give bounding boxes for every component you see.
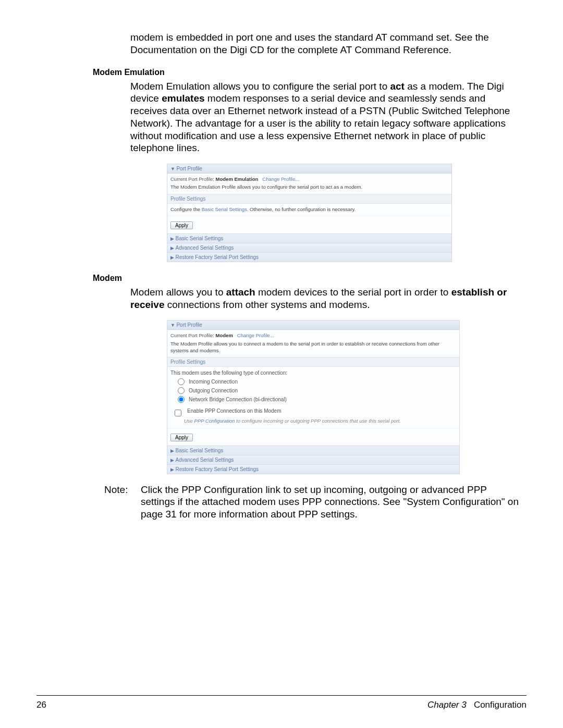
radio-outgoing[interactable]: Outgoing Connection — [170, 386, 456, 395]
profile-desc: The Modem Profile allows you to connect … — [170, 340, 456, 354]
heading-modem: Modem — [93, 274, 521, 283]
panel-body: Current Port Profile: Modem Change Profi… — [167, 330, 459, 357]
profile-settings-bar: Profile Settings — [167, 194, 451, 204]
page: modem is embedded in port one and uses t… — [0, 0, 563, 728]
chevron-down-icon: ▼ — [170, 323, 176, 328]
row-advanced-serial[interactable]: ▶ Advanced Serial Settings — [167, 243, 451, 252]
apply-row: Apply — [167, 216, 451, 233]
page-number: 26 — [36, 700, 46, 710]
radio-bridge[interactable]: Network Bridge Connection (bi-directiona… — [170, 395, 456, 404]
chevron-right-icon: ▶ — [170, 458, 176, 463]
text: Modem Emulation allows you to configure … — [130, 81, 390, 92]
text-bold: attach — [226, 287, 255, 298]
apply-row: Apply — [167, 428, 459, 446]
chevron-right-icon: ▶ — [170, 236, 176, 241]
chevron-down-icon: ▼ — [170, 166, 176, 171]
conn-intro: This modem uses the following type of co… — [170, 370, 456, 376]
content-column: modem is embedded in port one and uses t… — [130, 31, 521, 521]
radio-input[interactable] — [178, 387, 185, 394]
panel-modem-emulation: ▼ Port Profile Current Port Profile: Mod… — [167, 164, 452, 262]
note: Note: Click the PPP Configuration link t… — [104, 484, 521, 521]
current-profile-label: Current Port Profile: — [170, 332, 214, 338]
heading-modem-emulation: Modem Emulation — [93, 68, 521, 77]
profile-desc: The Modem Emulation Profile allows you t… — [170, 183, 448, 190]
text-bold: emulates — [162, 93, 204, 104]
radio-incoming[interactable]: Incoming Connection — [170, 377, 456, 386]
footer-right: Chapter 3 Configuration — [427, 700, 527, 710]
current-profile-name: Modem — [216, 332, 233, 338]
row-label: Advanced Serial Settings — [176, 457, 234, 463]
chapter-ref: Chapter 3 — [427, 700, 467, 710]
profile-settings-bar: Profile Settings — [167, 357, 459, 367]
page-footer: 26 Chapter 3 Configuration — [36, 695, 527, 710]
apply-button[interactable]: Apply — [170, 434, 193, 441]
chevron-right-icon: ▶ — [170, 245, 176, 251]
row-restore-factory[interactable]: ▶ Restore Factory Serial Port Settings — [167, 464, 459, 474]
panel-header[interactable]: ▼ Port Profile — [167, 320, 459, 330]
text: connections from other systems and modem… — [165, 299, 370, 310]
row-label: Restore Factory Serial Port Settings — [176, 254, 259, 260]
basic-serial-settings-link[interactable]: Basic Serial Settings — [202, 206, 247, 212]
row-label: Basic Serial Settings — [176, 448, 224, 453]
intro-paragraph: modem is embedded in port one and uses t… — [130, 31, 521, 56]
checkbox-enable-ppp[interactable]: Enable PPP Connections on this Modem — [170, 404, 456, 418]
note-label: Note: — [104, 484, 132, 521]
text: Configure the — [170, 206, 202, 212]
settings-body: Configure the Basic Serial Settings. Oth… — [167, 204, 451, 216]
row-advanced-serial[interactable]: ▶ Advanced Serial Settings — [167, 455, 459, 464]
panel-title: Port Profile — [176, 322, 202, 328]
panel-modem: ▼ Port Profile Current Port Profile: Mod… — [167, 320, 460, 474]
row-label: Restore Factory Serial Port Settings — [176, 466, 259, 472]
chapter-title: Configuration — [474, 700, 527, 710]
chevron-right-icon: ▶ — [170, 467, 176, 472]
radio-label: Incoming Connection — [189, 379, 238, 385]
row-basic-serial[interactable]: ▶ Basic Serial Settings — [167, 446, 459, 455]
para-modem-emulation: Modem Emulation allows you to configure … — [130, 80, 521, 155]
change-profile-link[interactable]: Change Profile... — [262, 176, 299, 182]
radio-label: Network Bridge Connection (bi-directiona… — [189, 397, 287, 402]
text: . Otherwise, no further configuration is… — [247, 206, 356, 212]
text: Modem allows you to — [130, 287, 226, 298]
row-basic-serial[interactable]: ▶ Basic Serial Settings — [167, 233, 451, 243]
para-modem: Modem allows you to attach modem devices… — [130, 286, 521, 311]
text: Use — [184, 418, 194, 424]
text-bold: act — [390, 81, 404, 92]
radio-label: Outgoing Connection — [189, 388, 238, 393]
note-text: Click the PPP Configuration link to set … — [141, 484, 521, 521]
ppp-configuration-link[interactable]: PPP Configuration — [194, 418, 235, 424]
panel-header[interactable]: ▼ Port Profile — [167, 164, 451, 174]
current-profile-name: Modem Emulation — [216, 176, 259, 182]
settings-body: This modem uses the following type of co… — [167, 367, 459, 427]
panel-body: Current Port Profile: Modem Emulation Ch… — [167, 174, 451, 194]
checkbox-input[interactable] — [175, 410, 181, 416]
chevron-right-icon: ▶ — [170, 448, 176, 453]
text: to configure incoming or outgoing PPP co… — [235, 418, 401, 424]
radio-input[interactable] — [178, 396, 185, 403]
panel-title: Port Profile — [176, 166, 202, 171]
radio-input[interactable] — [178, 378, 185, 385]
change-profile-link[interactable]: Change Profile... — [237, 332, 274, 338]
row-restore-factory[interactable]: ▶ Restore Factory Serial Port Settings — [167, 252, 451, 262]
current-profile-label: Current Port Profile: — [170, 176, 214, 182]
text: modem devices to the serial port in orde… — [255, 287, 451, 298]
chevron-right-icon: ▶ — [170, 255, 176, 260]
row-label: Basic Serial Settings — [176, 236, 224, 241]
ppp-hint: Use PPP Configuration to configure incom… — [170, 418, 456, 424]
row-label: Advanced Serial Settings — [176, 245, 234, 251]
apply-button[interactable]: Apply — [170, 221, 193, 229]
checkbox-label: Enable PPP Connections on this Modem — [187, 408, 281, 414]
